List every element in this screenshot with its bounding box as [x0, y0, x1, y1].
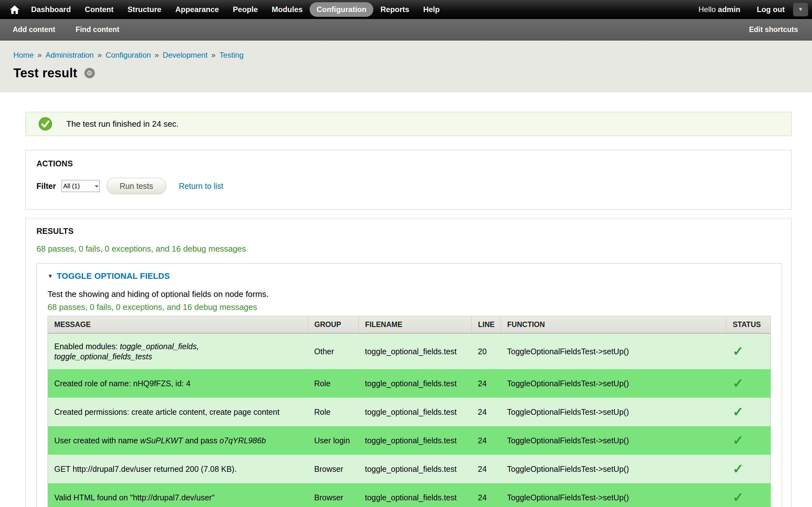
- run-tests-button[interactable]: Run tests: [107, 178, 166, 194]
- username: admin: [718, 5, 740, 14]
- page-title: Test result: [13, 66, 78, 80]
- message-text: Valid HTML found on "http://drupal7.dev/…: [54, 493, 215, 502]
- status-cell: ✓: [726, 426, 771, 455]
- result-row: User created with name wSuPLKWT and pass…: [48, 426, 771, 455]
- message-cell: Created permissions: create article cont…: [48, 398, 308, 426]
- shortcut-find-content[interactable]: Find content: [75, 25, 119, 34]
- greeting-prefix: Hello: [699, 5, 716, 14]
- message-text: and pass: [183, 436, 219, 445]
- pass-check-icon: ✓: [733, 433, 744, 448]
- group-title-link[interactable]: TOGGLE OPTIONAL FIELDS: [57, 271, 170, 281]
- home-icon[interactable]: [7, 0, 22, 19]
- toolbar-item-modules[interactable]: Modules: [265, 2, 310, 17]
- status-cell: ✓: [726, 369, 771, 398]
- result-row: GET http://drupal7.dev/user returned 200…: [48, 455, 771, 483]
- message-text: Created permissions: create article cont…: [54, 407, 280, 416]
- return-to-list-link[interactable]: Return to list: [179, 181, 223, 191]
- shortcut-add-content[interactable]: Add content: [13, 25, 55, 34]
- group-cell: User login: [308, 426, 359, 455]
- group-cell: Browser: [308, 455, 359, 483]
- results-legend: RESULTS: [37, 227, 782, 236]
- column-header-filename: FILENAME: [359, 316, 472, 334]
- line-cell: 24: [472, 483, 501, 507]
- filename-cell: toggle_optional_fields.test: [359, 398, 472, 426]
- message-emphasis: wSuPLKWT: [140, 436, 183, 445]
- column-header-message: MESSAGE: [48, 316, 308, 334]
- breadcrumb-link-home[interactable]: Home: [13, 51, 34, 59]
- breadcrumb-link-administration[interactable]: Administration: [45, 51, 94, 59]
- function-cell: ToggleOptionalFieldsTest->setUp(): [501, 398, 726, 426]
- result-row: Valid HTML found on "http://drupal7.dev/…: [48, 483, 771, 507]
- breadcrumb-link-development[interactable]: Development: [163, 51, 207, 59]
- results-summary: 68 passes, 0 fails, 0 exceptions, and 16…: [37, 244, 782, 254]
- result-row: Enabled modules: toggle_optional_fields,…: [48, 333, 771, 369]
- filter-label: Filter: [37, 181, 56, 191]
- group-cell: Other: [308, 333, 359, 369]
- toolbar-menu: DashboardContentStructureAppearancePeopl…: [24, 2, 447, 17]
- toolbar-item-appearance[interactable]: Appearance: [168, 2, 226, 17]
- results-fieldset: RESULTS 68 passes, 0 fails, 0 exceptions…: [26, 218, 792, 507]
- group-description: Test the showing and hiding of optional …: [48, 289, 771, 299]
- filter-select[interactable]: All (1): [61, 180, 100, 192]
- function-cell: ToggleOptionalFieldsTest->setUp(): [501, 483, 726, 507]
- breadcrumb-separator: »: [155, 51, 159, 59]
- breadcrumb-separator: »: [38, 51, 42, 59]
- message-text: Created role of name: nHQ9fFZS, id: 4: [54, 379, 190, 388]
- function-cell: ToggleOptionalFieldsTest->setUp(): [501, 369, 726, 398]
- line-cell: 24: [472, 426, 501, 455]
- message-cell: GET http://drupal7.dev/user returned 200…: [48, 455, 308, 483]
- group-cell: Role: [308, 398, 359, 426]
- message-cell: User created with name wSuPLKWT and pass…: [48, 426, 308, 455]
- status-ok-icon: [38, 117, 52, 131]
- toolbar-account-area: Hello admin Log out: [699, 0, 785, 19]
- status-cell: ✓: [726, 333, 771, 369]
- collapse-arrow-icon: ▼: [48, 273, 53, 279]
- table-header-row: MESSAGEGROUPFILENAMELINEFUNCTIONSTATUS: [48, 316, 771, 334]
- pass-check-icon: ✓: [733, 376, 744, 391]
- toolbar-item-dashboard[interactable]: Dashboard: [24, 2, 78, 17]
- home-icon-svg: [10, 5, 19, 14]
- message-cell: Valid HTML found on "http://drupal7.dev/…: [48, 483, 308, 507]
- results-table: MESSAGEGROUPFILENAMELINEFUNCTIONSTATUS E…: [48, 316, 771, 507]
- toolbar-item-structure[interactable]: Structure: [120, 2, 168, 17]
- group-title-row: ▼ TOGGLE OPTIONAL FIELDS: [48, 271, 771, 281]
- message-text: Enabled modules:: [54, 342, 120, 351]
- logout-link[interactable]: Log out: [757, 5, 785, 14]
- function-cell: ToggleOptionalFieldsTest->setUp(): [501, 333, 726, 369]
- status-message: The test run finished in 24 sec.: [26, 112, 792, 136]
- status-cell: ✓: [726, 455, 771, 483]
- admin-toolbar: DashboardContentStructureAppearancePeopl…: [0, 0, 812, 19]
- result-row: Created role of name: nHQ9fFZS, id: 4Rol…: [48, 369, 771, 398]
- toolbar-item-content[interactable]: Content: [78, 2, 120, 17]
- line-cell: 20: [472, 333, 501, 369]
- line-cell: 24: [472, 398, 501, 426]
- status-cell: ✓: [726, 398, 771, 426]
- function-cell: ToggleOptionalFieldsTest->setUp(): [501, 426, 726, 455]
- toolbar-item-reports[interactable]: Reports: [373, 2, 416, 17]
- group-cell: Browser: [308, 483, 359, 507]
- toolbar-toggle-button[interactable]: ▼: [793, 3, 808, 16]
- edit-shortcuts-link[interactable]: Edit shortcuts: [749, 25, 798, 34]
- gear-icon[interactable]: ⚙: [84, 68, 95, 78]
- actions-legend: ACTIONS: [37, 159, 782, 168]
- actions-fieldset: ACTIONS Filter All (1) Run tests Return …: [26, 150, 792, 210]
- breadcrumb-link-configuration[interactable]: Configuration: [106, 51, 151, 59]
- filename-cell: toggle_optional_fields.test: [359, 455, 472, 483]
- shortcut-bar: Add contentFind content Edit shortcuts: [0, 19, 812, 41]
- breadcrumb: Home»Administration»Configuration»Develo…: [13, 51, 812, 60]
- message-cell: Created role of name: nHQ9fFZS, id: 4: [48, 369, 308, 398]
- toolbar-item-help[interactable]: Help: [416, 2, 447, 17]
- test-group-fieldset: ▼ TOGGLE OPTIONAL FIELDS Test the showin…: [37, 263, 782, 507]
- group-cell: Role: [308, 369, 359, 398]
- page-title-row: Test result ⚙: [13, 66, 812, 80]
- toolbar-item-people[interactable]: People: [226, 2, 265, 17]
- message-cell: Enabled modules: toggle_optional_fields,…: [48, 333, 308, 369]
- toolbar-item-configuration[interactable]: Configuration: [310, 2, 373, 17]
- status-cell: ✓: [726, 483, 771, 507]
- breadcrumb-link-testing[interactable]: Testing: [219, 51, 244, 59]
- column-header-function: FUNCTION: [501, 316, 726, 334]
- pass-check-icon: ✓: [733, 490, 744, 505]
- column-header-status: STATUS: [726, 316, 771, 334]
- line-cell: 24: [472, 369, 501, 398]
- message-emphasis: toggle_optional_fields_tests: [54, 352, 152, 361]
